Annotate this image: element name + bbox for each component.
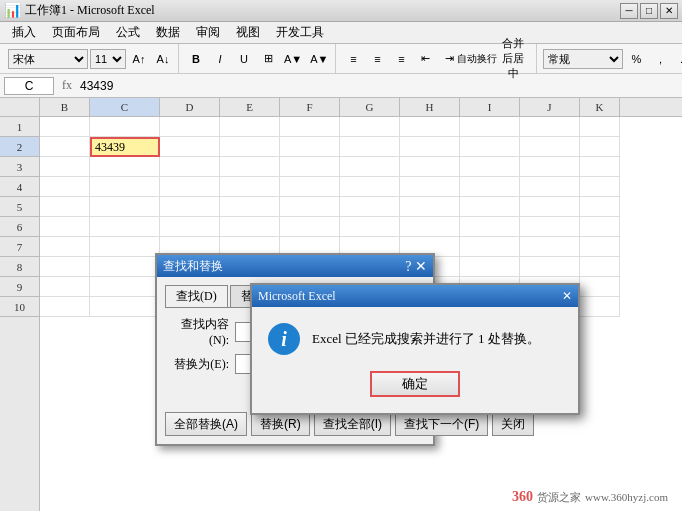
cell-C9[interactable] <box>90 277 160 297</box>
cell-B7[interactable] <box>40 237 90 257</box>
cell-K2[interactable] <box>580 137 620 157</box>
menu-insert[interactable]: 插入 <box>4 22 44 43</box>
row-header-4[interactable]: 4 <box>0 177 39 197</box>
merge-center-button[interactable]: 合并后居中 <box>494 48 532 70</box>
cell-K3[interactable] <box>580 157 620 177</box>
cell-G4[interactable] <box>340 177 400 197</box>
cell-B1[interactable] <box>40 117 90 137</box>
increase-decimal-button[interactable]: .0 <box>673 48 682 70</box>
cell-I3[interactable] <box>460 157 520 177</box>
cell-F3[interactable] <box>280 157 340 177</box>
col-header-H[interactable]: H <box>400 98 460 116</box>
msgbox-close-icon[interactable]: ✕ <box>562 289 572 304</box>
cell-K1[interactable] <box>580 117 620 137</box>
cell-F1[interactable] <box>280 117 340 137</box>
cell-B5[interactable] <box>40 197 90 217</box>
cell-J3[interactable] <box>520 157 580 177</box>
bold-button[interactable]: B <box>185 48 207 70</box>
cell-K6[interactable] <box>580 217 620 237</box>
cell-C6[interactable] <box>90 217 160 237</box>
cell-K5[interactable] <box>580 197 620 217</box>
cell-C1[interactable] <box>90 117 160 137</box>
cell-B9[interactable] <box>40 277 90 297</box>
cell-H4[interactable] <box>400 177 460 197</box>
autofit-button[interactable]: 自动换行 <box>462 48 492 70</box>
cell-D1[interactable] <box>160 117 220 137</box>
cell-J5[interactable] <box>520 197 580 217</box>
font-size-select[interactable]: 11 <box>90 49 126 69</box>
cell-E3[interactable] <box>220 157 280 177</box>
cell-E4[interactable] <box>220 177 280 197</box>
cell-I4[interactable] <box>460 177 520 197</box>
cell-D4[interactable] <box>160 177 220 197</box>
cell-C4[interactable] <box>90 177 160 197</box>
cell-B3[interactable] <box>40 157 90 177</box>
increase-font-button[interactable]: A↑ <box>128 48 150 70</box>
cell-F5[interactable] <box>280 197 340 217</box>
col-header-D[interactable]: D <box>160 98 220 116</box>
align-right-button[interactable]: ≡ <box>390 48 412 70</box>
replace-all-button[interactable]: 全部替换(A) <box>165 412 247 436</box>
cell-B8[interactable] <box>40 257 90 277</box>
row-header-6[interactable]: 6 <box>0 217 39 237</box>
cell-G3[interactable] <box>340 157 400 177</box>
cell-I1[interactable] <box>460 117 520 137</box>
cell-C8[interactable] <box>90 257 160 277</box>
menu-review[interactable]: 审阅 <box>188 22 228 43</box>
find-all-button[interactable]: 查找全部(I) <box>314 412 391 436</box>
menu-page-layout[interactable]: 页面布局 <box>44 22 108 43</box>
menu-view[interactable]: 视图 <box>228 22 268 43</box>
italic-button[interactable]: I <box>209 48 231 70</box>
cell-I8[interactable] <box>460 257 520 277</box>
cell-K10[interactable] <box>580 297 620 317</box>
row-header-5[interactable]: 5 <box>0 197 39 217</box>
col-header-K[interactable]: K <box>580 98 620 116</box>
col-header-I[interactable]: I <box>460 98 520 116</box>
cell-I5[interactable] <box>460 197 520 217</box>
indent-left-button[interactable]: ⇤ <box>414 48 436 70</box>
cell-J1[interactable] <box>520 117 580 137</box>
row-header-9[interactable]: 9 <box>0 277 39 297</box>
cell-K7[interactable] <box>580 237 620 257</box>
cell-E2[interactable] <box>220 137 280 157</box>
cell-K4[interactable] <box>580 177 620 197</box>
font-name-select[interactable]: 宋体 <box>8 49 88 69</box>
col-header-E[interactable]: E <box>220 98 280 116</box>
decrease-font-button[interactable]: A↓ <box>152 48 174 70</box>
cell-D5[interactable] <box>160 197 220 217</box>
cell-H6[interactable] <box>400 217 460 237</box>
menu-formula[interactable]: 公式 <box>108 22 148 43</box>
align-center-button[interactable]: ≡ <box>366 48 388 70</box>
cell-H5[interactable] <box>400 197 460 217</box>
cell-E5[interactable] <box>220 197 280 217</box>
cell-K9[interactable] <box>580 277 620 297</box>
underline-button[interactable]: U <box>233 48 255 70</box>
cell-C10[interactable] <box>90 297 160 317</box>
align-left-button[interactable]: ≡ <box>342 48 364 70</box>
menu-data[interactable]: 数据 <box>148 22 188 43</box>
font-color-button[interactable]: A▼ <box>307 48 331 70</box>
find-replace-close-icon[interactable]: ? ✕ <box>405 258 427 275</box>
cell-E1[interactable] <box>220 117 280 137</box>
formula-input[interactable] <box>80 77 678 95</box>
comma-button[interactable]: , <box>649 48 671 70</box>
row-header-7[interactable]: 7 <box>0 237 39 257</box>
tab-find[interactable]: 查找(D) <box>165 285 228 307</box>
replace-button[interactable]: 替换(R) <box>251 412 310 436</box>
cell-H1[interactable] <box>400 117 460 137</box>
cell-G5[interactable] <box>340 197 400 217</box>
menu-developer[interactable]: 开发工具 <box>268 22 332 43</box>
cell-I7[interactable] <box>460 237 520 257</box>
cell-I2[interactable] <box>460 137 520 157</box>
cell-J4[interactable] <box>520 177 580 197</box>
cell-F6[interactable] <box>280 217 340 237</box>
cell-C2[interactable]: 43439 <box>90 137 160 157</box>
title-bar-controls[interactable]: ─ □ ✕ <box>620 3 678 19</box>
cell-G6[interactable] <box>340 217 400 237</box>
col-header-C[interactable]: C <box>90 98 160 116</box>
close-button[interactable]: ✕ <box>660 3 678 19</box>
cell-D2[interactable] <box>160 137 220 157</box>
cell-B10[interactable] <box>40 297 90 317</box>
row-header-10[interactable]: 10 <box>0 297 39 317</box>
number-format-select[interactable]: 常规 <box>543 49 623 69</box>
